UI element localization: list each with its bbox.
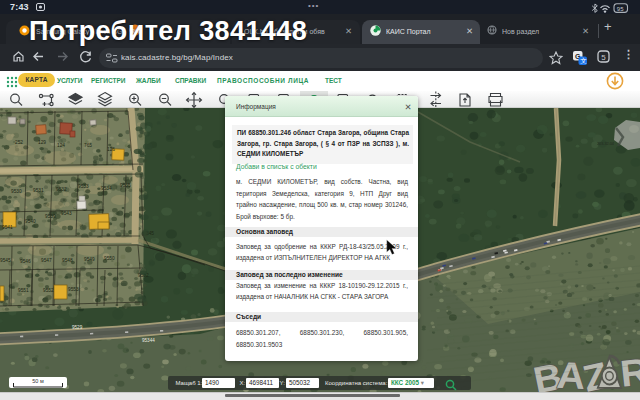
svg-text:95: 95	[617, 5, 624, 11]
svg-text:5: 5	[601, 53, 606, 62]
svg-text:文: 文	[580, 57, 587, 64]
